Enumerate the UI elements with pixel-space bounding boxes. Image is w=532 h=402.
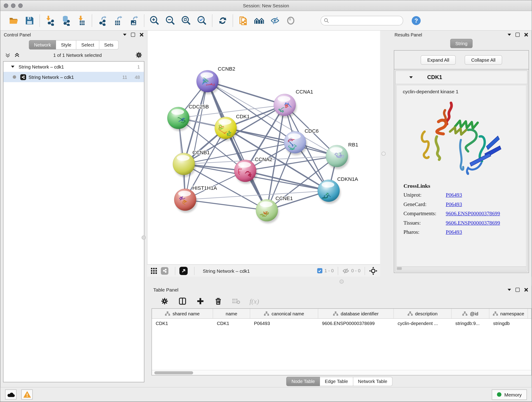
- horizontal-splitter[interactable]: [147, 277, 532, 286]
- string-panel-toggle-icon[interactable]: [161, 267, 168, 274]
- column-header-canonical-name[interactable]: canonical name: [250, 309, 318, 318]
- close-panel-icon[interactable]: [139, 33, 144, 37]
- column-header-@id[interactable]: @id: [452, 309, 489, 318]
- network-node-HIST1H1A[interactable]: [174, 189, 197, 213]
- network-canvas[interactable]: CCNB2CCNA1CDC25BCDK1CDC6RB1CCNB1CCNA2CDK…: [147, 31, 380, 264]
- show-all-button[interactable]: [285, 15, 296, 26]
- collection-expand-icon[interactable]: [11, 66, 14, 68]
- warning-status-button[interactable]: [21, 390, 33, 400]
- tab-node-table[interactable]: Node Table: [286, 377, 320, 386]
- hide-selected-button[interactable]: [269, 15, 280, 26]
- open-session-button[interactable]: [8, 15, 19, 26]
- control-panel-splitter-handle[interactable]: [142, 236, 146, 240]
- network-node-CCNA1[interactable]: [274, 94, 297, 118]
- memory-button[interactable]: Memory: [492, 389, 527, 400]
- tab-network[interactable]: Network: [29, 40, 56, 50]
- first-neighbors-button[interactable]: [254, 15, 265, 26]
- float-panel-icon[interactable]: [131, 33, 135, 37]
- import-network-database-button[interactable]: [60, 15, 71, 26]
- tab-select[interactable]: Select: [76, 40, 99, 50]
- table-cell[interactable]: 9606.ENSP00000378699: [318, 319, 394, 328]
- column-header-database-identifier[interactable]: database identifier: [318, 309, 394, 318]
- column-header-shared-name[interactable]: shared name: [152, 309, 213, 318]
- import-table-file-button[interactable]: [76, 15, 87, 26]
- crosslink-link[interactable]: P06493: [446, 201, 462, 207]
- float-panel-icon[interactable]: [515, 288, 520, 292]
- crosslink-link[interactable]: P06493: [446, 192, 462, 198]
- tab-edge-table[interactable]: Edge Table: [320, 377, 353, 386]
- panel-menu-icon[interactable]: [508, 34, 511, 36]
- table-cell[interactable]: P06493: [250, 319, 318, 328]
- protein-section-header[interactable]: CDK1: [396, 71, 527, 84]
- tab-network-table[interactable]: Network Table: [353, 377, 392, 386]
- control-panel-title: Control Panel: [4, 32, 31, 37]
- panel-menu-icon[interactable]: [508, 289, 511, 291]
- network-node-CDC6[interactable]: [284, 131, 307, 155]
- column-header-description[interactable]: description: [394, 309, 452, 318]
- splitter-handle[interactable]: [381, 152, 386, 156]
- table-row[interactable]: CDK1CDK1P064939606.ENSP00000378699cyclin…: [152, 319, 531, 328]
- table-cell[interactable]: CDK1: [152, 319, 213, 328]
- network-collection-row[interactable]: String Network – cdk1 1: [3, 62, 144, 72]
- column-header-name[interactable]: name: [213, 309, 250, 318]
- hidden-eye-slash-icon[interactable]: [342, 268, 349, 274]
- expand-all-networks-icon[interactable]: [14, 52, 20, 58]
- column-header-namespace[interactable]: namespace: [489, 309, 528, 318]
- tab-style[interactable]: Style: [56, 40, 76, 50]
- splitter-handle[interactable]: [340, 280, 344, 284]
- save-session-button[interactable]: [24, 15, 35, 26]
- section-expand-icon[interactable]: [409, 76, 413, 78]
- help-button[interactable]: ?: [411, 15, 422, 26]
- expand-all-button[interactable]: Expand All: [421, 56, 456, 65]
- close-panel-icon[interactable]: [524, 288, 528, 292]
- network-node-CDKN1A[interactable]: [317, 180, 341, 204]
- export-table-button[interactable]: [113, 15, 124, 26]
- network-node-CDK1[interactable]: [215, 117, 238, 141]
- float-panel-icon[interactable]: [515, 33, 520, 37]
- table-options-gear-icon[interactable]: [160, 297, 169, 306]
- crosslinks-scrollbar[interactable]: [397, 267, 526, 270]
- table-cell[interactable]: stringdb: [489, 319, 528, 328]
- search-input[interactable]: [329, 18, 400, 24]
- network-from-selection-button[interactable]: [238, 15, 249, 26]
- zoom-out-button[interactable]: [165, 15, 176, 26]
- cloud-status-button[interactable]: [5, 390, 17, 400]
- network-node-RB1[interactable]: [326, 145, 349, 169]
- delete-column-trash-icon[interactable]: [214, 297, 223, 306]
- search-field[interactable]: [321, 16, 403, 26]
- table-cell[interactable]: cyclin-dependent ...: [394, 319, 452, 328]
- tab-string[interactable]: String: [450, 39, 473, 48]
- network-node-CCNA2[interactable]: [234, 160, 257, 184]
- fit-content-crosshair-icon[interactable]: [369, 267, 377, 275]
- collapse-all-networks-icon[interactable]: [5, 52, 11, 58]
- scrollbar-thumb[interactable]: [154, 371, 193, 375]
- create-column-plus-icon[interactable]: [196, 297, 205, 306]
- birdseye-view-button[interactable]: [150, 267, 158, 275]
- network-row-selected[interactable]: String Network – cdk1 1148: [3, 72, 144, 82]
- selected-nodes-checkbox[interactable]: [317, 268, 322, 274]
- zoom-in-button[interactable]: [149, 15, 160, 26]
- vertical-splitter[interactable]: [380, 31, 391, 277]
- network-node-CDC25B[interactable]: [167, 107, 190, 131]
- toolbar-separator: [338, 267, 338, 275]
- network-node-CCNE1[interactable]: [256, 199, 279, 223]
- zoom-selected-button[interactable]: [196, 15, 208, 26]
- close-panel-icon[interactable]: [524, 33, 528, 37]
- table-cell[interactable]: CDK1: [213, 319, 250, 328]
- refresh-button[interactable]: [217, 15, 228, 26]
- tab-sets[interactable]: Sets: [99, 40, 119, 50]
- collapse-all-button[interactable]: Collapse All: [465, 56, 502, 65]
- crosslink-link[interactable]: 9606.ENSP00000378699: [446, 220, 500, 226]
- table-horizontal-scrollbar[interactable]: [152, 370, 531, 375]
- export-image-button[interactable]: [128, 15, 139, 26]
- zoom-fit-button[interactable]: [181, 15, 192, 26]
- open-in-browser-icon[interactable]: [179, 267, 188, 275]
- crosslink-link[interactable]: 9606.ENSP00000378699: [446, 211, 500, 217]
- panel-menu-icon[interactable]: [123, 34, 127, 36]
- export-network-button[interactable]: [97, 15, 108, 26]
- table-cell[interactable]: stringdb:9...: [452, 319, 489, 328]
- import-network-file-button[interactable]: [45, 15, 56, 26]
- crosslink-link[interactable]: P06493: [446, 229, 462, 235]
- network-options-gear-icon[interactable]: [135, 51, 142, 58]
- show-columns-icon[interactable]: [178, 297, 187, 306]
